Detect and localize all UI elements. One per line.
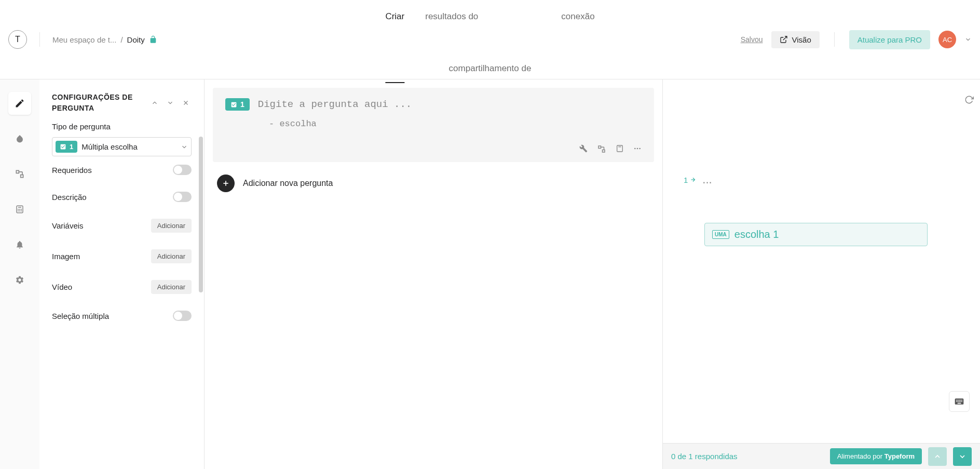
question-placeholder[interactable]: Digite a pergunta aqui ... [258,99,412,110]
icon-sidebar [0,79,39,469]
powered-by-button[interactable]: Alimentado por Typeform [830,448,922,464]
breadcrumb-current[interactable]: Doity [127,35,145,44]
more-icon[interactable] [633,144,642,154]
chevron-down-icon[interactable] [964,36,972,43]
progress-text: 0 de 1 respondidas [671,452,738,461]
tab-connect[interactable]: conexão [561,11,594,22]
breadcrumb-workspace[interactable]: Meu espaço de t... [52,35,116,44]
choice-key: UMA [712,230,729,239]
question-badge: 1 [225,98,250,111]
breadcrumb: Meu espaço de t... / Doity [52,35,157,44]
video-add-button[interactable]: Adicionar [151,280,192,294]
svg-point-12 [634,148,636,150]
chevron-down-icon [181,143,188,151]
question-type-select[interactable]: 1 Múltipla escolha [52,137,192,156]
sidebar-design-icon[interactable] [8,127,31,150]
svg-point-13 [637,148,638,150]
sidebar-notification-icon[interactable] [8,233,31,256]
setting-variables-label: Variáveis [52,221,84,230]
close-icon[interactable] [180,97,192,109]
required-toggle[interactable] [173,165,192,175]
choice-text: escolha 1 [734,229,779,240]
preview-column: 1 ... UMA escolha 1 0 de 1 respondidas A… [662,79,980,469]
add-question-label: Adicionar nova pergunta [243,179,333,188]
description-toggle[interactable] [173,192,192,202]
choice-placeholder[interactable]: - escolha [269,119,642,129]
scrollbar[interactable] [199,137,203,292]
divider [834,32,835,47]
upgrade-button[interactable]: Atualize para PRO [849,30,930,49]
setting-required-label: Requeridos [52,166,92,175]
keyboard-icon[interactable] [949,391,970,412]
svg-rect-10 [617,145,623,152]
divider [39,32,40,47]
settings-title: CONFIGURAÇÕES DE PERGUNTA [52,92,149,114]
wrench-icon[interactable] [579,144,588,154]
calculator-icon[interactable] [616,144,624,154]
collapse-up-icon[interactable] [149,97,160,109]
setting-video-label: Vídeo [52,283,72,291]
nav-up-button[interactable] [928,447,947,466]
editor-column: 1 Digite a pergunta aqui ... - escolha A… [205,79,662,469]
type-name: Múltipla escolha [81,142,176,151]
variables-add-button[interactable]: Adicionar [151,219,192,233]
preview-choice[interactable]: UMA escolha 1 [704,223,928,246]
preview-label: Visão [792,35,811,44]
preview-footer: 0 de 1 respondidas Alimentado por Typefo… [663,443,980,469]
expand-down-icon[interactable] [165,97,176,109]
logo[interactable]: T [8,30,27,49]
svg-point-14 [639,148,641,150]
nav-down-button[interactable] [953,447,972,466]
preview-dots: ... [702,173,712,186]
question-type-label: Tipo de pergunta [52,122,192,131]
lock-icon[interactable] [149,35,157,44]
logic-icon[interactable] [597,144,606,154]
image-add-button[interactable]: Adicionar [151,249,192,263]
external-link-icon [780,35,788,44]
sidebar-question-icon[interactable] [8,92,31,115]
preview-question-number: 1 [684,176,696,184]
setting-description-label: Descrição [52,193,87,202]
sidebar-settings-icon[interactable] [8,269,31,291]
settings-panel: CONFIGURAÇÕES DE PERGUNTA Tipo de pergun… [39,79,205,469]
question-block[interactable]: 1 Digite a pergunta aqui ... - escolha [213,88,654,162]
preview-button[interactable]: Visão [771,31,820,48]
tab-create[interactable]: Criar [385,11,404,22]
setting-multiple-selection-label: Seleção múltipla [52,312,109,320]
type-badge: 1 [56,141,77,153]
setting-image-label: Imagem [52,252,80,261]
tab-results[interactable]: resultados do [425,11,478,22]
add-question-row[interactable]: Adicionar nova pergunta [205,162,662,205]
sidebar-logic-icon[interactable] [8,163,31,185]
sidebar-calculator-icon[interactable] [8,198,31,221]
tab-share[interactable]: compartilhamento de [449,63,532,74]
breadcrumb-separator: / [120,35,122,44]
avatar[interactable]: AC [938,31,956,48]
add-question-button[interactable] [217,175,235,192]
saved-status: Salvou [741,35,763,44]
multiple-selection-toggle[interactable] [173,311,192,321]
